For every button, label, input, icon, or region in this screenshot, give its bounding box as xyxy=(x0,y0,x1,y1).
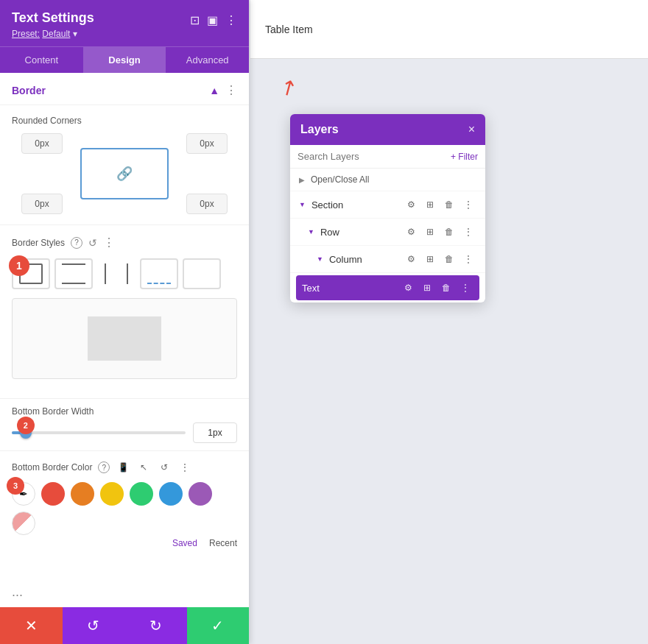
corner-grid: 0px 0px 🔗 0px 0px xyxy=(21,133,228,214)
color-reset-icon[interactable]: ↺ xyxy=(157,460,172,475)
layer-delete-icon[interactable]: 🗑 xyxy=(438,280,454,296)
redo-icon: ↻ xyxy=(149,617,162,634)
layer-duplicate-icon[interactable]: ⊞ xyxy=(419,280,435,296)
color-purple-swatch[interactable] xyxy=(189,482,212,506)
undo-button[interactable]: ↺ xyxy=(63,607,125,644)
toggle-arrow-icon: ▶ xyxy=(299,176,305,184)
open-close-all-button[interactable]: ▶ Open/Close All xyxy=(290,169,485,191)
border-section-title: Border xyxy=(12,85,46,96)
color-yellow-swatch[interactable] xyxy=(100,482,124,506)
cancel-icon: ✕ xyxy=(25,617,38,634)
more-options-icon[interactable]: ⋮ xyxy=(225,13,237,27)
border-more-button[interactable]: ⋮ xyxy=(225,83,237,97)
table-item-bar: Table Item xyxy=(250,0,648,59)
border-tb-visual xyxy=(62,263,85,284)
layer-duplicate-icon[interactable]: ⊞ xyxy=(422,251,438,267)
layer-expand-icon: ▼ xyxy=(299,201,306,208)
layers-title: Layers xyxy=(300,123,339,136)
preset-selector[interactable]: Preset: Default ▾ xyxy=(12,29,94,39)
reset-border-style-icon[interactable]: ↺ xyxy=(88,237,97,249)
border-style-bottom-dashed[interactable] xyxy=(140,258,178,289)
layers-close-button[interactable]: × xyxy=(468,123,475,136)
panel-header-left: Text Settings Preset: Default ▾ xyxy=(12,10,94,39)
width-input-field[interactable]: 1px xyxy=(193,422,237,443)
step-2-badge: 2 xyxy=(17,417,35,434)
bottom-border-color-section: Bottom Border Color ? 📱 ↖ ↺ ⋮ ✒ 3 xyxy=(0,450,249,557)
step-1-badge: 1 xyxy=(9,255,29,276)
layer-settings-icon[interactable]: ⚙ xyxy=(403,197,419,213)
layers-content: ▶ Open/Close All ▼ Section ⚙ ⊞ 🗑 ⋮ ▼ Row xyxy=(290,169,485,302)
color-blue-swatch[interactable] xyxy=(159,482,183,506)
corner-top-right[interactable]: 0px xyxy=(186,133,228,154)
color-orange-swatch[interactable] xyxy=(71,482,94,506)
table-item-label: Table Item xyxy=(265,24,313,35)
step-3-badge: 3 xyxy=(7,477,24,495)
layer-row-actions: ⚙ ⊞ 🗑 ⋮ xyxy=(403,224,476,240)
corner-bottom-left[interactable]: 0px xyxy=(21,194,63,214)
layer-section-actions: ⚙ ⊞ 🗑 ⋮ xyxy=(403,197,476,213)
layer-delete-icon[interactable]: 🗑 xyxy=(441,251,457,267)
layer-more-icon[interactable]: ⋮ xyxy=(460,224,476,240)
color-pointer-icon[interactable]: ↖ xyxy=(136,460,151,475)
expand-icon[interactable]: ▣ xyxy=(207,13,218,27)
save-icon: ✓ xyxy=(211,617,224,634)
color-red-swatch[interactable] xyxy=(41,482,65,506)
undo-icon: ↺ xyxy=(87,617,99,634)
color-more-icon[interactable]: ⋮ xyxy=(177,460,192,475)
layer-more-icon[interactable]: ⋮ xyxy=(457,280,473,296)
color-green-swatch[interactable] xyxy=(130,482,153,506)
border-preview-inner xyxy=(88,316,161,361)
bottom-border-width-section: Bottom Border Width 2 1px xyxy=(0,398,249,450)
bottom-more-dots[interactable]: ··· xyxy=(12,587,23,603)
layers-search-input[interactable] xyxy=(297,151,445,162)
corner-preview-box: 🔗 xyxy=(80,148,169,199)
corner-top-left[interactable]: 0px xyxy=(21,133,63,154)
eyedropper-swatch[interactable]: ✒ 3 xyxy=(12,482,35,506)
save-button[interactable]: ✓ xyxy=(187,607,250,644)
border-style-top-bottom[interactable] xyxy=(54,258,93,289)
color-help-icon[interactable]: ? xyxy=(98,461,110,473)
arrow-indicator: ↗ xyxy=(276,74,301,101)
color-mobile-icon[interactable]: 📱 xyxy=(116,460,130,475)
link-corners-icon[interactable]: 🔗 xyxy=(116,166,133,182)
layer-duplicate-icon[interactable]: ⊞ xyxy=(422,224,438,240)
border-style-none[interactable] xyxy=(183,258,221,289)
color-header: Bottom Border Color ? 📱 ↖ ↺ ⋮ xyxy=(12,460,237,475)
redo-button[interactable]: ↻ xyxy=(124,607,187,644)
layer-more-icon[interactable]: ⋮ xyxy=(460,197,476,213)
layer-item-section[interactable]: ▼ Section ⚙ ⊞ 🗑 ⋮ xyxy=(290,191,485,219)
border-style-more-icon[interactable]: ⋮ xyxy=(103,236,114,250)
layer-delete-icon[interactable]: 🗑 xyxy=(441,224,457,240)
layer-item-row[interactable]: ▼ Row ⚙ ⊞ 🗑 ⋮ xyxy=(290,219,485,246)
width-slider[interactable]: 2 xyxy=(12,425,186,440)
layer-settings-icon[interactable]: ⚙ xyxy=(403,251,419,267)
layer-more-icon[interactable]: ⋮ xyxy=(460,251,476,267)
layer-item-column[interactable]: ▼ Column ⚙ ⊞ 🗑 ⋮ xyxy=(290,246,485,273)
cancel-button[interactable]: ✕ xyxy=(0,607,63,644)
layer-text-actions: ⚙ ⊞ 🗑 ⋮ xyxy=(400,280,473,296)
bottom-border-width-label: Bottom Border Width xyxy=(12,406,237,417)
color-eraser-swatch[interactable] xyxy=(12,512,35,535)
corner-bottom-right[interactable]: 0px xyxy=(186,194,228,214)
collapse-border-button[interactable]: ▲ xyxy=(209,85,219,96)
border-style-options: 1 xyxy=(12,258,237,289)
layer-delete-icon[interactable]: 🗑 xyxy=(441,197,457,213)
border-styles-header: Border Styles ? ↺ ⋮ xyxy=(12,236,237,250)
recent-label[interactable]: Recent xyxy=(209,538,237,548)
layer-item-text[interactable]: Text ⚙ ⊞ 🗑 ⋮ xyxy=(296,275,479,300)
border-style-left-right[interactable] xyxy=(97,258,135,289)
tab-content[interactable]: Content xyxy=(0,47,83,73)
help-icon[interactable]: ? xyxy=(71,237,82,249)
bottom-toolbar: ✕ ↺ ↻ ✓ xyxy=(0,607,249,644)
layers-filter-button[interactable]: + Filter xyxy=(451,152,478,162)
tab-design[interactable]: Design xyxy=(83,47,166,73)
layer-settings-icon[interactable]: ⚙ xyxy=(400,280,416,296)
layer-settings-icon[interactable]: ⚙ xyxy=(403,224,419,240)
slider-thumb[interactable]: 2 xyxy=(20,427,32,439)
resize-icon[interactable]: ⊡ xyxy=(190,13,200,27)
layer-duplicate-icon[interactable]: ⊞ xyxy=(422,197,438,213)
tab-advanced[interactable]: Advanced xyxy=(166,47,249,73)
border-style-full[interactable]: 1 xyxy=(12,258,50,289)
saved-label[interactable]: Saved xyxy=(172,538,197,548)
panel-header: Text Settings Preset: Default ▾ ⊡ ▣ ⋮ xyxy=(0,0,249,46)
